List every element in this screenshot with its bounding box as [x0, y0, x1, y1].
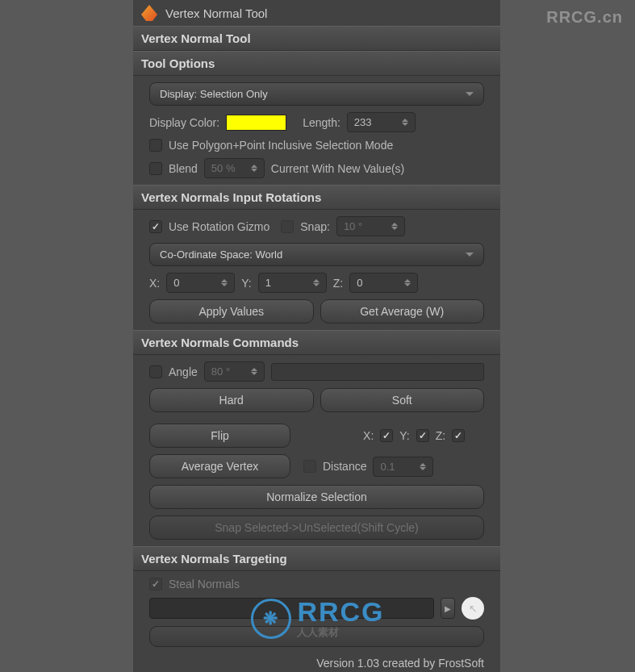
normalize-selection-button[interactable]: Normalize Selection [149, 485, 484, 509]
average-vertex-button[interactable]: Average Vertex [149, 454, 290, 478]
use-polygon-label: Use Polygon+Point Inclusive Selection Mo… [169, 139, 393, 152]
flip-button[interactable]: Flip [149, 424, 290, 448]
eyedropper-button[interactable]: ↖ [462, 597, 484, 620]
hard-button[interactable]: Hard [149, 388, 314, 412]
spinner-icon [251, 165, 257, 172]
watermark-subtitle: 人人素材 [297, 625, 384, 640]
x-input[interactable]: 0 [166, 273, 235, 293]
blend-label: Blend [169, 162, 198, 175]
z-input[interactable]: 0 [349, 273, 418, 293]
distance-value: 0.1 [380, 461, 395, 473]
length-value: 233 [354, 116, 372, 128]
spinner-icon [221, 279, 228, 286]
chevron-down-icon [466, 253, 474, 257]
display-color-swatch[interactable] [226, 115, 286, 131]
z-label: Z: [333, 277, 343, 290]
spinner-icon [251, 368, 257, 375]
commands-body: Angle 80 ° Hard Soft Flip X: Y: Z: Avera… [133, 355, 500, 546]
blend-checkbox[interactable] [149, 162, 162, 175]
chevron-down-icon [466, 92, 474, 96]
get-average-button[interactable]: Get Average (W) [320, 299, 485, 323]
use-rotation-gizmo-label: Use Rotation Gizmo [169, 220, 269, 233]
watermark-top-right: RRCG.cn [546, 8, 623, 27]
current-with-label: Current With New Value(s) [271, 162, 404, 175]
use-rotation-gizmo-checkbox[interactable] [149, 220, 162, 233]
snap-checkbox[interactable] [281, 220, 294, 233]
length-input[interactable]: 233 [347, 112, 416, 132]
use-polygon-checkbox[interactable] [149, 139, 162, 152]
soft-button[interactable]: Soft [320, 388, 485, 412]
flip-y-label: Y: [399, 429, 409, 442]
angle-label: Angle [169, 365, 198, 378]
angle-input[interactable]: 80 ° [204, 361, 265, 382]
x-value: 0 [173, 277, 179, 289]
distance-label: Distance [323, 460, 366, 473]
watermark-logo-icon: ❋ [250, 599, 290, 639]
spinner-icon [420, 463, 426, 470]
input-rotations-header: Vertex Normals Input Rotations [133, 185, 500, 210]
tool-title: Vertex Normal Tool [165, 6, 267, 20]
watermark-center: ❋ RRCG 人人素材 [250, 598, 384, 640]
steal-normals-checkbox[interactable] [149, 578, 162, 591]
expand-button[interactable]: ▶ [441, 598, 455, 619]
panel-title: Vertex Normal Tool [133, 26, 500, 51]
eyedropper-icon: ↖ [469, 603, 478, 615]
blend-percent-value: 50 % [211, 162, 236, 174]
coord-space-label: Co-Ordinate Space: World [160, 248, 282, 261]
y-input[interactable]: 1 [258, 273, 327, 293]
steal-normals-label: Steal Normals [169, 578, 240, 591]
commands-header: Vertex Normals Commands [133, 330, 500, 355]
z-value: 0 [357, 277, 362, 289]
length-label: Length: [303, 116, 340, 129]
targeting-header: Vertex Normals Targeting [133, 546, 500, 571]
input-rotations-body: Use Rotation Gizmo Snap: 10 ° Co-Ordinat… [133, 210, 500, 330]
spinner-icon [391, 223, 398, 230]
tool-panel: Vertex Normal Tool Vertex Normal Tool To… [133, 0, 500, 672]
angle-checkbox[interactable] [149, 365, 162, 378]
snap-value: 10 ° [344, 220, 362, 232]
snap-label: Snap: [300, 220, 330, 233]
tool-header: Vertex Normal Tool [133, 0, 500, 26]
display-color-label: Display Color: [149, 116, 219, 129]
spinner-icon [313, 279, 320, 286]
x-label: X: [149, 277, 160, 290]
flip-x-label: X: [363, 429, 374, 442]
spinner-icon [404, 279, 411, 286]
distance-input[interactable]: 0.1 [373, 457, 433, 477]
chevron-right-icon: ▶ [445, 604, 451, 613]
tool-options-body: Display: Selection Only Display Color: L… [133, 76, 500, 185]
coord-space-dropdown[interactable]: Co-Ordinate Space: World [149, 243, 484, 266]
angle-slider[interactable] [271, 363, 484, 381]
watermark-brand: RRCG [297, 598, 384, 625]
flip-x-checkbox[interactable] [380, 429, 393, 442]
display-dropdown-label: Display: Selection Only [160, 88, 268, 100]
blend-percent-input[interactable]: 50 % [204, 158, 265, 178]
snap-input[interactable]: 10 ° [336, 216, 405, 236]
spinner-icon [402, 119, 408, 126]
vertex-tool-icon [141, 5, 157, 21]
snap-selected-button[interactable]: Snap Selected->UnSelected(Shift Cycle) [149, 515, 484, 540]
distance-checkbox[interactable] [303, 460, 316, 473]
apply-values-button[interactable]: Apply Values [149, 299, 314, 323]
y-label: Y: [241, 277, 251, 290]
angle-value: 80 ° [211, 365, 230, 378]
y-value: 1 [265, 277, 271, 289]
display-dropdown[interactable]: Display: Selection Only [149, 82, 484, 106]
flip-z-label: Z: [436, 429, 445, 442]
version-footer: Version 1.03 created by FrostSoft [133, 653, 500, 672]
tool-options-header: Tool Options [133, 51, 500, 76]
flip-y-checkbox[interactable] [416, 429, 429, 442]
flip-z-checkbox[interactable] [452, 429, 465, 442]
